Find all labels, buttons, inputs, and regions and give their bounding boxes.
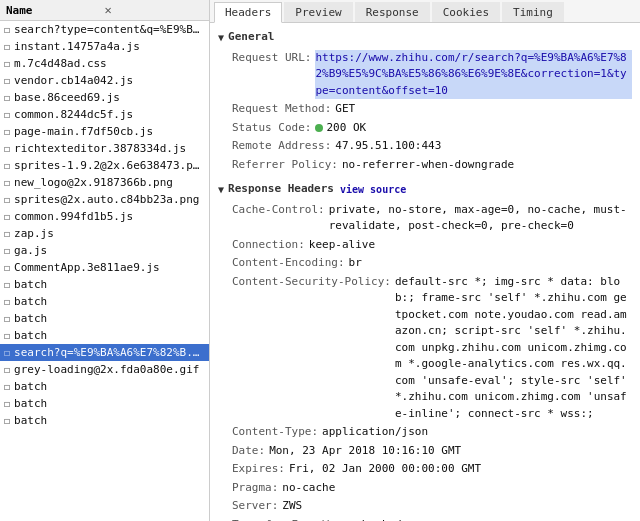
file-icon: ☐	[4, 143, 10, 154]
response-header-row: Content-Security-Policy:default-src *; i…	[232, 274, 632, 423]
file-name: batch	[14, 278, 47, 291]
file-item[interactable]: ☐page-main.f7df50cb.js	[0, 123, 209, 140]
response-header-value: chunked	[355, 517, 401, 522]
response-header-value: application/json	[322, 424, 428, 441]
file-item[interactable]: ☐new_logo@2x.9187366b.png	[0, 174, 209, 191]
file-name: ga.js	[14, 244, 47, 257]
file-name: batch	[14, 397, 47, 410]
file-icon: ☐	[4, 211, 10, 222]
tab-timing[interactable]: Timing	[502, 2, 564, 22]
file-item[interactable]: ☐CommentApp.3e811ae9.js	[0, 259, 209, 276]
file-item[interactable]: ☐batch	[0, 378, 209, 395]
file-name: vendor.cb14a042.js	[14, 74, 133, 87]
file-item[interactable]: ☐batch	[0, 395, 209, 412]
file-name: sprites-1.9.2@2x.6e638473.png	[14, 159, 205, 172]
file-item[interactable]: ☐richtexteditor.3878334d.js	[0, 140, 209, 157]
left-panel-header: Name ✕	[0, 0, 209, 21]
file-icon: ☐	[4, 245, 10, 256]
response-header-row: Connection:keep-alive	[232, 237, 632, 254]
response-header-name: Server:	[232, 498, 278, 515]
request-url-value: https://www.zhihu.com/r/search?q=%E9%BA%…	[315, 50, 632, 100]
file-item[interactable]: ☐m.7c4d48ad.css	[0, 55, 209, 72]
file-icon: ☐	[4, 92, 10, 103]
file-name: batch	[14, 312, 47, 325]
right-panel: HeadersPreviewResponseCookiesTiming ▼ Ge…	[210, 0, 640, 521]
file-name: common.8244dc5f.js	[14, 108, 133, 121]
file-icon: ☐	[4, 126, 10, 137]
response-header-name: Transfer-Encoding:	[232, 517, 351, 522]
response-header-name: Content-Type:	[232, 424, 318, 441]
response-header-value: default-src *; img-src * data: blob:; fr…	[395, 274, 632, 423]
general-section-header[interactable]: ▼ General	[218, 29, 632, 46]
file-item[interactable]: ☐search?q=%E9%BA%A6%E7%82%B...	[0, 344, 209, 361]
file-name: common.994fd1b5.js	[14, 210, 133, 223]
response-header-row: Server:ZWS	[232, 498, 632, 515]
response-header-name: Connection:	[232, 237, 305, 254]
file-item[interactable]: ☐search?type=content&q=%E9%BA...	[0, 21, 209, 38]
file-list: ☐search?type=content&q=%E9%BA...☐instant…	[0, 21, 209, 521]
tab-response[interactable]: Response	[355, 2, 430, 22]
file-icon: ☐	[4, 41, 10, 52]
file-item[interactable]: ☐batch	[0, 412, 209, 429]
file-icon: ☐	[4, 262, 10, 273]
tab-cookies[interactable]: Cookies	[432, 2, 500, 22]
file-icon: ☐	[4, 177, 10, 188]
tab-headers[interactable]: Headers	[214, 2, 282, 23]
referrer-policy-label: Referrer Policy:	[232, 157, 338, 174]
file-icon: ☐	[4, 364, 10, 375]
file-icon: ☐	[4, 75, 10, 86]
response-header-value: private, no-store, max-age=0, no-cache, …	[329, 202, 632, 235]
response-header-row: Content-Type:application/json	[232, 424, 632, 441]
file-item[interactable]: ☐sprites-1.9.2@2x.6e638473.png	[0, 157, 209, 174]
file-item[interactable]: ☐batch	[0, 327, 209, 344]
remote-address-row: Remote Address: 47.95.51.100:443	[232, 138, 632, 155]
response-headers-section-header[interactable]: ▼ Response Headers view source	[218, 181, 632, 198]
response-header-row: Transfer-Encoding:chunked	[232, 517, 632, 522]
response-header-value: Fri, 02 Jan 2000 00:00:00 GMT	[289, 461, 481, 478]
file-item[interactable]: ☐batch	[0, 276, 209, 293]
file-name: batch	[14, 414, 47, 427]
response-header-value: keep-alive	[309, 237, 375, 254]
file-name: zap.js	[14, 227, 54, 240]
file-name: grey-loading@2x.fda0a80e.gif	[14, 363, 199, 376]
status-dot	[315, 124, 323, 132]
file-item[interactable]: ☐common.8244dc5f.js	[0, 106, 209, 123]
file-icon: ☐	[4, 347, 10, 358]
response-header-value: br	[349, 255, 362, 272]
file-item[interactable]: ☐grey-loading@2x.fda0a80e.gif	[0, 361, 209, 378]
file-item[interactable]: ☐sprites@2x.auto.c84bb23a.png	[0, 191, 209, 208]
file-item[interactable]: ☐zap.js	[0, 225, 209, 242]
response-header-name: Cache-Control:	[232, 202, 325, 235]
file-item[interactable]: ☐vendor.cb14a042.js	[0, 72, 209, 89]
tab-preview[interactable]: Preview	[284, 2, 352, 22]
file-name: batch	[14, 329, 47, 342]
file-icon: ☐	[4, 296, 10, 307]
response-header-value: Mon, 23 Apr 2018 10:16:10 GMT	[269, 443, 461, 460]
remote-address-label: Remote Address:	[232, 138, 331, 155]
file-item[interactable]: ☐base.86ceed69.js	[0, 89, 209, 106]
status-code-row: Status Code: 200 OK	[232, 120, 632, 137]
view-source-link[interactable]: view source	[340, 182, 406, 197]
response-header-value: no-cache	[282, 480, 335, 497]
file-item[interactable]: ☐common.994fd1b5.js	[0, 208, 209, 225]
response-header-row: Cache-Control:private, no-store, max-age…	[232, 202, 632, 235]
request-url-row: Request URL: https://www.zhihu.com/r/sea…	[232, 50, 632, 100]
file-name: sprites@2x.auto.c84bb23a.png	[14, 193, 199, 206]
file-item[interactable]: ☐ga.js	[0, 242, 209, 259]
file-name: CommentApp.3e811ae9.js	[14, 261, 160, 274]
status-code-label: Status Code:	[232, 120, 311, 137]
request-method-label: Request Method:	[232, 101, 331, 118]
file-name: search?type=content&q=%E9%BA...	[14, 23, 205, 36]
file-name: m.7c4d48ad.css	[14, 57, 107, 70]
close-button[interactable]: ✕	[103, 3, 204, 17]
response-header-row: Expires:Fri, 02 Jan 2000 00:00:00 GMT	[232, 461, 632, 478]
file-item[interactable]: ☐batch	[0, 310, 209, 327]
request-url-label: Request URL:	[232, 50, 311, 100]
file-name: base.86ceed69.js	[14, 91, 120, 104]
tabs-bar: HeadersPreviewResponseCookiesTiming	[210, 0, 640, 23]
file-item[interactable]: ☐batch	[0, 293, 209, 310]
file-item[interactable]: ☐instant.14757a4a.js	[0, 38, 209, 55]
left-panel: Name ✕ ☐search?type=content&q=%E9%BA...☐…	[0, 0, 210, 521]
general-triangle: ▼	[218, 30, 224, 45]
file-icon: ☐	[4, 381, 10, 392]
